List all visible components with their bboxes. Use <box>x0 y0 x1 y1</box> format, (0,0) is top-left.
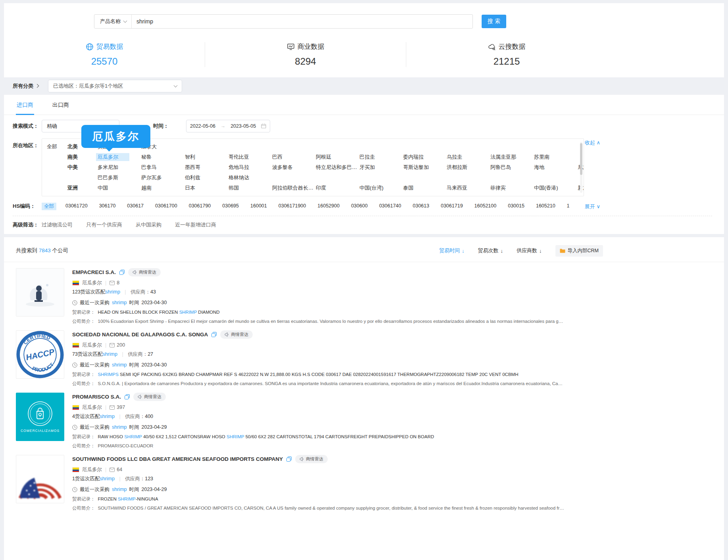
region-item[interactable]: 危地马拉 <box>227 163 260 171</box>
keyword-link[interactable]: shrimp <box>112 487 127 492</box>
region-item[interactable]: 阿拉伯联合酋长… <box>271 184 304 192</box>
region-item[interactable]: 日本 <box>183 184 217 192</box>
advanced-filter-item[interactable]: 过滤物流公司 <box>42 221 73 228</box>
advanced-filter-item[interactable]: 只有一个供应商 <box>86 221 122 228</box>
date-range-picker[interactable]: 2022-05-06 → 2023-05-05 <box>186 120 270 132</box>
sort-trade-time[interactable]: 贸易时间↓ <box>439 247 465 254</box>
date-from[interactable]: 2022-05-06 <box>190 123 215 129</box>
record-keyword[interactable]: SHRIMPS <box>98 372 119 377</box>
hs-code-item[interactable]: 全部 <box>42 203 56 210</box>
region-item[interactable]: 特立尼达和多巴… <box>314 163 348 171</box>
search-button[interactable]: 搜 索 <box>482 15 506 28</box>
region-item[interactable]: 中国(香港) <box>532 184 566 192</box>
region-item[interactable]: 阿鲁巴岛 <box>489 163 522 171</box>
hs-code-item[interactable]: 160001 <box>248 203 269 210</box>
sort-trade-count[interactable]: 贸易次数↓ <box>478 247 503 254</box>
company-name[interactable]: SOUTHWIND FOODS LLC DBA GREAT AMERICAN S… <box>72 456 283 462</box>
region-item[interactable]: 越南 <box>140 184 173 192</box>
region-item[interactable]: 萨尔瓦多 <box>140 174 173 182</box>
company-logo[interactable] <box>16 455 64 503</box>
sort-supplier-count[interactable]: 供应商数↓ <box>517 247 542 254</box>
stat-business-data[interactable]: 商业数据 8294 <box>205 42 406 67</box>
keyword-link[interactable]: shrimp <box>102 351 117 357</box>
hs-code-item[interactable]: 030617 <box>125 203 146 210</box>
region-item[interactable]: 巴拿马 <box>140 163 173 171</box>
region-item[interactable]: 多米尼加 <box>96 163 129 171</box>
keyword-link[interactable]: shrimp <box>112 300 127 305</box>
hs-code-item[interactable]: 306170 <box>97 203 118 210</box>
hs-code-item[interactable]: 030600 <box>349 203 370 210</box>
hs-code-item[interactable]: 03061740 <box>377 203 404 210</box>
region-item[interactable]: 洪都拉斯 <box>445 163 478 171</box>
region-item[interactable]: 苏里南 <box>532 153 566 161</box>
scrollbar-thumb[interactable] <box>580 143 582 175</box>
hs-code-item[interactable]: 030015 <box>505 203 527 210</box>
hs-code-item[interactable]: 16052900 <box>315 203 342 210</box>
copy-icon[interactable] <box>125 394 130 399</box>
region-item[interactable]: 乌拉圭 <box>445 153 478 161</box>
hs-code-item[interactable]: 03061719 <box>438 203 465 210</box>
tab-importers[interactable]: 进口商 <box>16 95 34 115</box>
region-item[interactable]: 泰国 <box>401 184 435 192</box>
record-keyword[interactable]: SHRIMP <box>179 310 197 315</box>
region-item[interactable]: 智利 <box>183 153 217 161</box>
record-keyword[interactable]: SHRIMP <box>227 434 244 439</box>
region-item[interactable]: 菲律宾 <box>489 184 522 192</box>
copy-icon[interactable] <box>119 270 125 275</box>
region-item[interactable]: 伯利兹 <box>183 174 217 182</box>
hs-code-item[interactable]: 16052100 <box>472 203 499 210</box>
region-item[interactable]: 马来西亚 <box>445 184 478 192</box>
keyword-link[interactable]: shrimp <box>100 476 115 481</box>
region-item[interactable]: 哥斯达黎加 <box>401 163 435 171</box>
expand-link[interactable]: 展开 ∨ <box>585 203 600 210</box>
region-item[interactable]: 中国 <box>96 184 129 192</box>
record-keyword[interactable]: SHRIMP <box>118 497 136 501</box>
business-radar-badge[interactable]: 商情雷达 <box>128 268 161 276</box>
region-item[interactable]: 格林纳达 <box>227 174 260 182</box>
company-name[interactable]: PROMARISCO S.A. <box>72 394 121 400</box>
region-item[interactable]: 厄瓜多尔 <box>96 153 129 161</box>
hs-code-item[interactable]: 03061720 <box>63 203 90 210</box>
region-item[interactable]: 秘鲁 <box>140 153 173 161</box>
keyword-link[interactable]: shrimp <box>112 424 127 430</box>
import-crm-button[interactable]: 导入内部CRM <box>555 245 603 257</box>
business-radar-badge[interactable]: 商情雷达 <box>133 393 166 401</box>
company-logo[interactable]: COMERCIALIZAMOS <box>16 393 64 441</box>
date-to[interactable]: 2023-05-05 <box>231 123 256 129</box>
collapse-link[interactable]: 收起 ∧ <box>585 139 600 146</box>
stat-trade-data[interactable]: 贸易数据 25570 <box>4 42 205 67</box>
region-item[interactable]: 阿根廷 <box>314 153 348 161</box>
search-category-select[interactable]: 产品名称 <box>94 15 132 28</box>
region-item[interactable]: 哥伦比亚 <box>227 153 260 161</box>
company-name[interactable]: SOCIEDAD NACIONAL DE GALAPAGOS C.A. SONG… <box>72 332 208 338</box>
hs-code-item[interactable]: 1605210 <box>534 203 558 210</box>
region-item[interactable]: 海地 <box>532 163 566 171</box>
tab-exporters[interactable]: 出口商 <box>52 95 70 115</box>
company-logo[interactable] <box>16 268 64 316</box>
all-categories-label[interactable]: 所有分类 <box>13 82 33 90</box>
region-all[interactable]: 全部 <box>47 143 67 150</box>
keyword-link[interactable]: shrimp <box>100 414 115 419</box>
hs-code-item[interactable]: 030613 <box>410 203 432 210</box>
hs-code-item[interactable]: 160521 <box>565 203 569 210</box>
search-input[interactable] <box>132 18 473 25</box>
region-item[interactable]: 巴巴多斯 <box>96 174 129 182</box>
region-item[interactable]: 法属圭亚那 <box>489 153 522 161</box>
hs-code-item[interactable]: 030695 <box>220 203 241 210</box>
advanced-filter-item[interactable]: 近一年新增进口商 <box>175 221 216 228</box>
keyword-link[interactable]: shrimp <box>112 362 127 368</box>
hs-code-item[interactable]: 0306171900 <box>276 203 309 210</box>
company-logo[interactable]: CERTIFIED PRODUCT HACCP <box>16 330 64 379</box>
record-keyword[interactable]: SHRIMP <box>124 434 142 439</box>
region-item[interactable]: 委内瑞拉 <box>401 153 435 161</box>
advanced-filter-item[interactable]: 从中国采购 <box>136 221 161 228</box>
stat-cloud-search-data[interactable]: 云搜数据 21215 <box>406 42 607 67</box>
company-name[interactable]: EMPACRECI S.A. <box>72 269 116 275</box>
region-item[interactable]: 中国(台湾) <box>358 184 391 192</box>
selected-region-dropdown[interactable]: 已选地区：厄瓜多尔等1个地区 <box>48 80 182 92</box>
region-item[interactable]: 巴西 <box>271 153 304 161</box>
region-item[interactable]: 墨西哥 <box>183 163 217 171</box>
region-item[interactable]: 牙买加 <box>358 163 391 171</box>
region-item[interactable]: 巴拉圭 <box>358 153 391 161</box>
business-radar-badge[interactable]: 商情雷达 <box>295 455 328 463</box>
